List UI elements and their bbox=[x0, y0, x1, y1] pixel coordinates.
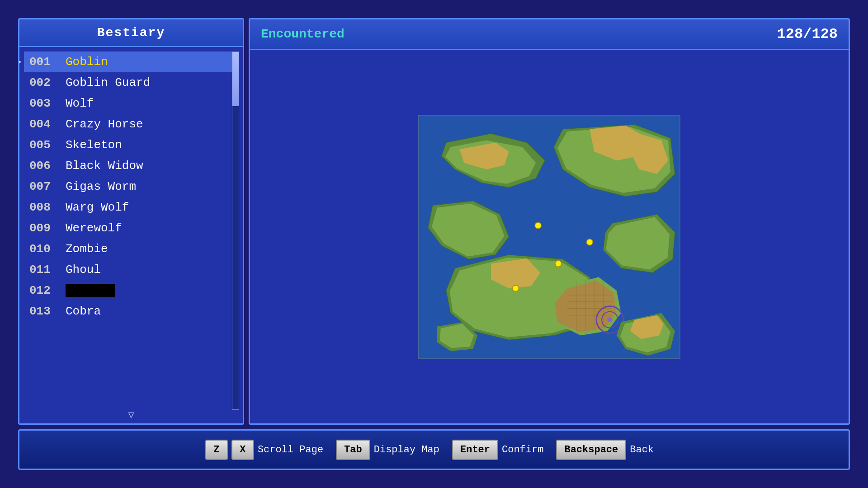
monster-name: Wolf bbox=[66, 97, 94, 110]
confirm-label: Confirm bbox=[502, 444, 543, 455]
monster-name: Ghoul bbox=[66, 263, 101, 277]
z-key[interactable]: Z bbox=[205, 440, 228, 460]
bestiary-title: Bestiary bbox=[19, 19, 243, 47]
svg-point-36 bbox=[555, 260, 561, 267]
monster-number: 010 bbox=[29, 242, 66, 256]
monster-number: 002 bbox=[29, 76, 66, 89]
monster-item[interactable]: 007Gigas Worm bbox=[24, 176, 238, 197]
monster-item[interactable]: 008Warg Wolf bbox=[24, 197, 238, 218]
selection-arrow: ► bbox=[19, 56, 21, 68]
monster-number: 013 bbox=[29, 305, 66, 318]
scroll-page-label: Scroll Page bbox=[258, 444, 323, 455]
tab-key[interactable]: Tab bbox=[336, 440, 370, 460]
backspace-key[interactable]: Backspace bbox=[556, 440, 626, 460]
monster-name: Goblin bbox=[66, 55, 108, 69]
map-container bbox=[250, 50, 849, 423]
monster-number: 008 bbox=[29, 201, 66, 214]
monster-item[interactable]: 010Zombie bbox=[24, 239, 238, 259]
monster-item[interactable]: 005Skeleton bbox=[24, 135, 238, 155]
monster-list: ►001Goblin002Goblin Guard003Wolf004Crazy… bbox=[19, 52, 243, 419]
scrollbar-track[interactable] bbox=[232, 52, 239, 410]
encounter-counter: 128/128 bbox=[777, 26, 838, 42]
monster-item[interactable]: ►001Goblin bbox=[24, 52, 238, 72]
monster-item[interactable]: 004Crazy Horse bbox=[24, 114, 238, 135]
monster-name: Gigas Worm bbox=[66, 180, 136, 193]
monster-name: Werewolf bbox=[66, 221, 122, 235]
monster-name: Black Widow bbox=[66, 159, 143, 173]
monster-name: Warg Wolf bbox=[66, 201, 129, 214]
monster-list-container: ◁ ►001Goblin002Goblin Guard003Wolf004Cra… bbox=[19, 47, 243, 423]
monster-item[interactable]: 012 bbox=[24, 280, 238, 301]
scrollbar-thumb[interactable] bbox=[232, 52, 239, 106]
svg-point-34 bbox=[535, 222, 541, 229]
monster-number: 005 bbox=[29, 138, 66, 152]
monster-name bbox=[66, 284, 115, 297]
monster-item[interactable]: 011Ghoul bbox=[24, 259, 238, 280]
scroll-down-arrow: ▽ bbox=[128, 409, 134, 421]
monster-name: Goblin Guard bbox=[66, 76, 150, 89]
monster-item[interactable]: 006Black Widow bbox=[24, 155, 238, 176]
x-key[interactable]: X bbox=[231, 440, 254, 460]
monster-number: 011 bbox=[29, 263, 66, 277]
svg-point-37 bbox=[513, 285, 519, 291]
back-label: Back bbox=[630, 444, 654, 455]
monster-item[interactable]: 003Wolf bbox=[24, 93, 238, 114]
monster-number: 012 bbox=[29, 284, 66, 297]
map-panel: Encountered 128/128 bbox=[249, 18, 850, 425]
svg-point-25 bbox=[607, 317, 613, 322]
monster-name: Zombie bbox=[66, 242, 108, 256]
world-map bbox=[418, 115, 680, 359]
monster-item[interactable]: 002Goblin Guard bbox=[24, 72, 238, 93]
monster-number: 004 bbox=[29, 117, 66, 131]
encountered-label: Encountered bbox=[261, 27, 344, 41]
display-map-label: Display Map bbox=[374, 444, 439, 455]
monster-number: 003 bbox=[29, 97, 66, 110]
monster-name: Cobra bbox=[66, 305, 101, 318]
monster-item[interactable]: 013Cobra bbox=[24, 301, 238, 322]
bottom-bar: Z X Scroll Page Tab Display Map Enter Co… bbox=[18, 429, 850, 470]
monster-item[interactable]: 009Werewolf bbox=[24, 218, 238, 239]
map-header: Encountered 128/128 bbox=[250, 19, 849, 50]
bestiary-panel: Bestiary ◁ ►001Goblin002Goblin Guard003W… bbox=[18, 18, 244, 425]
monster-number: 006 bbox=[29, 159, 66, 173]
monster-name: Crazy Horse bbox=[66, 117, 143, 131]
monster-number: 007 bbox=[29, 180, 66, 193]
enter-key[interactable]: Enter bbox=[452, 440, 498, 460]
svg-point-35 bbox=[586, 239, 593, 245]
monster-name: Skeleton bbox=[66, 138, 122, 152]
monster-number: 001 bbox=[29, 55, 66, 69]
monster-number: 009 bbox=[29, 221, 66, 235]
